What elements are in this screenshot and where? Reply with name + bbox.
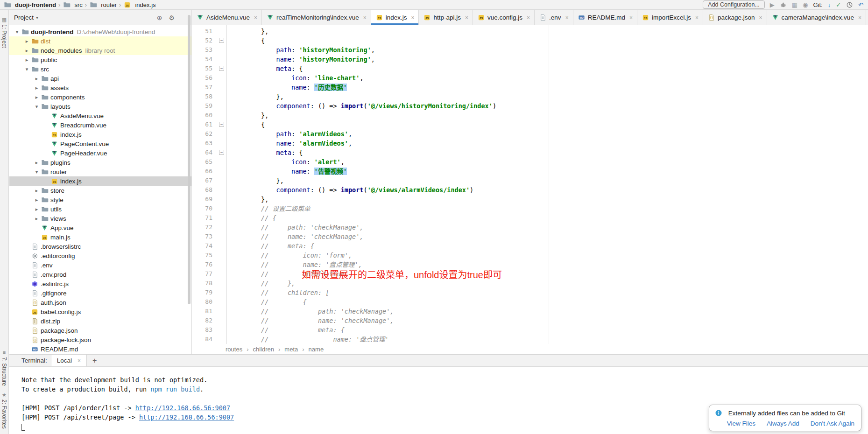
tree-row-duoji-frontend[interactable]: ▾duoji-frontendD:\zheheWeb\duoji-fronten…	[9, 27, 191, 36]
tree-row-package-lock.json[interactable]: {}package-lock.json	[9, 335, 191, 344]
chevron-right-icon[interactable]: ▸	[33, 160, 41, 166]
breadcrumb-item-children[interactable]: children	[253, 346, 274, 353]
chevron-right-icon[interactable]: ▸	[33, 94, 41, 100]
tab-README.md[interactable]: MDREADME.md×	[573, 10, 637, 25]
tab-http-api.js[interactable]: JShttp-api.js×	[419, 10, 473, 25]
notification-action-don-t-ask-again[interactable]: Don't Ask Again	[811, 420, 854, 427]
close-icon[interactable]: ×	[565, 14, 569, 21]
tree-row-api[interactable]: ▸api	[9, 74, 191, 83]
fold-icon[interactable]: −	[219, 66, 224, 71]
git-history-icon[interactable]	[846, 1, 853, 8]
fold-icon[interactable]: −	[219, 150, 224, 155]
tree-row-style[interactable]: ▸style	[9, 195, 191, 204]
tree-row-assets[interactable]: ▸assets	[9, 83, 191, 92]
git-update-icon[interactable]: ↓	[828, 1, 831, 8]
git-rollback-icon[interactable]: ↶	[858, 1, 863, 8]
editor[interactable]: 5152−535455−565758596061−626364−65666768…	[192, 25, 868, 344]
locate-icon[interactable]: ⊕	[157, 14, 162, 21]
tree-row-App.vue[interactable]: App.vue	[9, 223, 191, 232]
chevron-right-icon[interactable]: ▸	[33, 188, 41, 194]
close-icon[interactable]: ×	[465, 14, 468, 21]
hide-icon[interactable]: ─	[181, 14, 186, 21]
breadcrumb-item-src[interactable]: src	[61, 1, 84, 8]
project-view-selector[interactable]: Project ▾	[14, 14, 38, 21]
terminal-link[interactable]: http://192.168.66.56:9007	[135, 404, 230, 412]
tool-button-structure[interactable]: ≡7: Structure	[1, 347, 7, 389]
tab-realTimeMonitoring\index.vue[interactable]: realTimeMonitoring\index.vue×	[262, 10, 371, 25]
tree-row-index.js[interactable]: JSindex.js	[9, 130, 191, 139]
tab-cameraManage\index.vue[interactable]: cameraManage\index.vue×	[767, 10, 866, 25]
code-area[interactable]: }, { path: 'historyMonitoring', name: 'h…	[227, 25, 868, 344]
coverage-icon[interactable]: ▦	[792, 1, 797, 8]
tab-index.js[interactable]: JSindex.js×	[371, 10, 419, 25]
chevron-down-icon[interactable]: ▾	[33, 169, 41, 175]
close-icon[interactable]: ×	[363, 14, 367, 21]
tool-button-project[interactable]: ▦1: Project	[1, 14, 7, 51]
chevron-right-icon[interactable]: ▸	[23, 48, 31, 54]
tab-importExcel.js[interactable]: JSimportExcel.js×	[637, 10, 703, 25]
tree-row-.editorconfig[interactable]: .editorconfig	[9, 251, 191, 260]
tree-row-.env.prod[interactable]: .env.prod	[9, 270, 191, 279]
notification-action-always-add[interactable]: Always Add	[767, 420, 799, 427]
tab-package.json[interactable]: {}package.json×	[703, 10, 767, 25]
close-icon[interactable]: ×	[759, 14, 762, 21]
chevron-right-icon[interactable]: ▸	[33, 85, 41, 91]
tree-row-public[interactable]: ▸public	[9, 55, 191, 64]
tree-row-.env[interactable]: .env	[9, 260, 191, 270]
tab-.env[interactable]: .env×	[535, 10, 573, 25]
chevron-down-icon[interactable]: ▾	[23, 66, 31, 72]
new-terminal-icon[interactable]: +	[92, 357, 97, 365]
chevron-right-icon[interactable]: ▸	[23, 57, 31, 63]
chevron-right-icon[interactable]: ▸	[33, 76, 41, 82]
close-icon[interactable]: ×	[254, 14, 257, 21]
chevron-down-icon[interactable]: ▾	[13, 29, 21, 35]
tree-row-dist.zip[interactable]: dist.zip	[9, 316, 191, 326]
project-tree-scrollbar[interactable]	[188, 15, 191, 304]
debug-icon[interactable]	[780, 1, 787, 8]
tree-row-auth.json[interactable]: {}auth.json	[9, 298, 191, 307]
chevron-right-icon[interactable]: ▸	[33, 216, 41, 222]
fold-icon[interactable]: −	[219, 122, 224, 127]
breadcrumb-item-router[interactable]: router	[88, 1, 118, 8]
tree-row-PageHeader.vue[interactable]: PageHeader.vue	[9, 148, 191, 158]
breadcrumb-item-duoji-frontend[interactable]: duoji-frontend	[2, 1, 57, 8]
notification-action-view-files[interactable]: View Files	[727, 420, 755, 427]
tree-row-PageContent.vue[interactable]: PageContent.vue	[9, 139, 191, 148]
tree-row-components[interactable]: ▸components	[9, 92, 191, 102]
close-icon[interactable]: ×	[78, 357, 81, 364]
tree-row-src[interactable]: ▾src	[9, 64, 191, 74]
add-configuration-button[interactable]: Add Configuration...	[703, 0, 765, 9]
chevron-right-icon[interactable]: ▸	[23, 38, 31, 44]
close-icon[interactable]: ×	[527, 14, 530, 21]
tree-row-.gitignore[interactable]: .gitignore	[9, 288, 191, 298]
breadcrumb-item-index.js[interactable]: JSindex.js	[122, 1, 157, 8]
run-icon[interactable]: ▶	[770, 1, 775, 8]
tree-row-.eslintrc.js[interactable]: .eslintrc.js	[9, 279, 191, 288]
tree-row-AsideMenu.vue[interactable]: AsideMenu.vue	[9, 111, 191, 120]
tree-row-package.json[interactable]: {}package.json	[9, 326, 191, 335]
chevron-down-icon[interactable]: ▾	[33, 104, 41, 110]
tree-row-dist[interactable]: ▸dist	[9, 36, 191, 46]
chevron-right-icon[interactable]: ▸	[33, 197, 41, 203]
fold-icon[interactable]: −	[219, 38, 224, 43]
tree-row-README.md[interactable]: MDREADME.md	[9, 344, 191, 354]
tree-row-utils[interactable]: ▸utils	[9, 204, 191, 214]
tree-row-router[interactable]: ▾router	[9, 167, 191, 176]
breadcrumb-item-routes[interactable]: routes	[226, 346, 242, 353]
tree-row-views[interactable]: ▸views	[9, 214, 191, 223]
chevron-right-icon[interactable]: ▸	[33, 206, 41, 212]
settings-icon[interactable]: ⚙	[169, 14, 175, 21]
git-commit-icon[interactable]: ✓	[836, 1, 841, 8]
close-icon[interactable]: ×	[629, 14, 633, 21]
tree-row-main.js[interactable]: JSmain.js	[9, 232, 191, 242]
tab-AsideMenu.vue[interactable]: AsideMenu.vue×	[192, 10, 262, 25]
tree-row-store[interactable]: ▸store	[9, 186, 191, 195]
tool-button-favorites[interactable]: ★2: Favorites	[1, 389, 7, 432]
tree-row-plugins[interactable]: ▸plugins	[9, 158, 191, 167]
profiler-icon[interactable]: ◉	[803, 1, 808, 8]
tree-row-babel.config.js[interactable]: JSbabel.config.js	[9, 307, 191, 316]
tab-vue.config.js[interactable]: JSvue.config.js×	[473, 10, 535, 25]
close-icon[interactable]: ×	[411, 14, 414, 21]
tree-row-Breadcrumb.vue[interactable]: Breadcrumb.vue	[9, 120, 191, 130]
tree-row-index.js[interactable]: JSindex.js	[9, 176, 191, 186]
